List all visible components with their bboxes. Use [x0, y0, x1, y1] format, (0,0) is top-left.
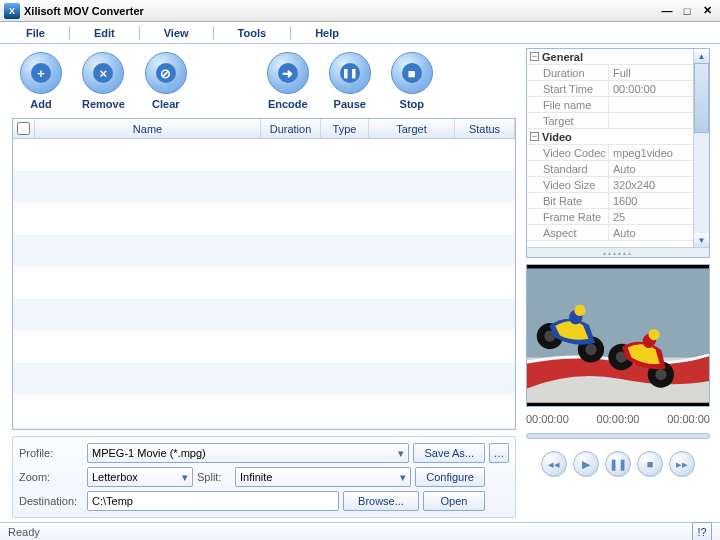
next-button[interactable]: ▸▸ [669, 451, 695, 477]
split-label: Split: [197, 471, 231, 483]
menu-view[interactable]: View [156, 25, 197, 41]
collapse-icon[interactable]: − [530, 52, 539, 61]
col-target[interactable]: Target [369, 119, 455, 138]
destination-label: Destination: [19, 495, 83, 507]
file-table: Name Duration Type Target Status [12, 118, 516, 430]
status-text: Ready [8, 526, 40, 538]
prop-row[interactable]: DurationFull [527, 65, 693, 81]
preview-pane [526, 264, 710, 407]
clear-icon: ⊘ [156, 63, 176, 83]
browse-button[interactable]: Browse... [343, 491, 419, 511]
prop-row[interactable]: AspectAuto [527, 225, 693, 241]
plus-icon: + [31, 63, 51, 83]
zoom-select[interactable]: Letterbox [87, 467, 193, 487]
playback-controls: ◂◂ ▶ ❚❚ ■ ▸▸ [526, 451, 710, 477]
prop-group[interactable]: −General [527, 49, 693, 65]
encode-button[interactable]: ➜Encode [267, 52, 309, 110]
preview-image [527, 265, 709, 406]
prop-group[interactable]: −Video [527, 129, 693, 145]
titlebar: X Xilisoft MOV Converter — □ ✕ [0, 0, 720, 22]
scrollbar[interactable]: ▲ ▼ [693, 49, 709, 247]
table-header: Name Duration Type Target Status [13, 119, 515, 139]
window-title: Xilisoft MOV Converter [24, 5, 656, 17]
stop-icon: ■ [402, 63, 422, 83]
seek-slider[interactable] [526, 433, 710, 439]
scroll-up-icon[interactable]: ▲ [694, 49, 709, 63]
col-status[interactable]: Status [455, 119, 515, 138]
pause-icon: ❚❚ [340, 63, 360, 83]
pause-button[interactable]: ❚❚Pause [329, 52, 371, 110]
time-scale: 00:00:00 00:00:00 00:00:00 [526, 413, 710, 425]
pause-playback-button[interactable]: ❚❚ [605, 451, 631, 477]
prop-row[interactable]: Target [527, 113, 693, 129]
prop-row[interactable]: StandardAuto [527, 161, 693, 177]
split-select[interactable]: Infinite [235, 467, 411, 487]
clear-button[interactable]: ⊘Clear [145, 52, 187, 110]
prop-row[interactable]: Start Time00:00:00 [527, 81, 693, 97]
encode-icon: ➜ [278, 63, 298, 83]
property-grid: −GeneralDurationFullStart Time00:00:00Fi… [526, 48, 710, 258]
scroll-thumb[interactable] [694, 63, 709, 133]
col-duration[interactable]: Duration [261, 119, 321, 138]
remove-button[interactable]: ×Remove [82, 52, 125, 110]
scroll-down-icon[interactable]: ▼ [694, 233, 709, 247]
help-button[interactable]: !? [692, 522, 712, 541]
configure-button[interactable]: Configure [415, 467, 485, 487]
open-button[interactable]: Open [423, 491, 485, 511]
col-name[interactable]: Name [35, 119, 261, 138]
table-body[interactable] [13, 139, 515, 429]
zoom-label: Zoom: [19, 471, 83, 483]
save-as-button[interactable]: Save As... [413, 443, 485, 463]
profile-select[interactable]: MPEG-1 Movie (*.mpg) [87, 443, 409, 463]
collapse-icon[interactable]: − [530, 132, 539, 141]
maximize-button[interactable]: □ [678, 3, 696, 19]
toolbar: +Add ×Remove ⊘Clear ➜Encode ❚❚Pause ■Sto… [12, 48, 516, 118]
menu-file[interactable]: File [18, 25, 53, 41]
play-button[interactable]: ▶ [573, 451, 599, 477]
prop-row[interactable]: Bit Rate1600 [527, 193, 693, 209]
menu-help[interactable]: Help [307, 25, 347, 41]
profile-more-button[interactable]: … [489, 443, 509, 463]
x-icon: × [93, 63, 113, 83]
menu-edit[interactable]: Edit [86, 25, 123, 41]
prop-row[interactable]: Frame Rate25 [527, 209, 693, 225]
col-type[interactable]: Type [321, 119, 369, 138]
resize-grip[interactable]: ▴▴▴▴▴▴ [527, 247, 709, 257]
prop-row[interactable]: File name [527, 97, 693, 113]
bottom-form: Profile: MPEG-1 Movie (*.mpg) Save As...… [12, 436, 516, 518]
prop-row[interactable]: Video Codecmpeg1video [527, 145, 693, 161]
select-all-checkbox[interactable] [17, 122, 30, 135]
add-button[interactable]: +Add [20, 52, 62, 110]
app-icon: X [4, 3, 20, 19]
stop-playback-button[interactable]: ■ [637, 451, 663, 477]
stop-button[interactable]: ■Stop [391, 52, 433, 110]
menu-tools[interactable]: Tools [230, 25, 275, 41]
prop-row[interactable]: Video Size320x240 [527, 177, 693, 193]
statusbar: Ready !? [0, 522, 720, 540]
close-button[interactable]: ✕ [698, 3, 716, 19]
minimize-button[interactable]: — [658, 3, 676, 19]
menubar: File Edit View Tools Help [0, 22, 720, 44]
destination-input[interactable]: C:\Temp [87, 491, 339, 511]
profile-label: Profile: [19, 447, 83, 459]
prev-button[interactable]: ◂◂ [541, 451, 567, 477]
